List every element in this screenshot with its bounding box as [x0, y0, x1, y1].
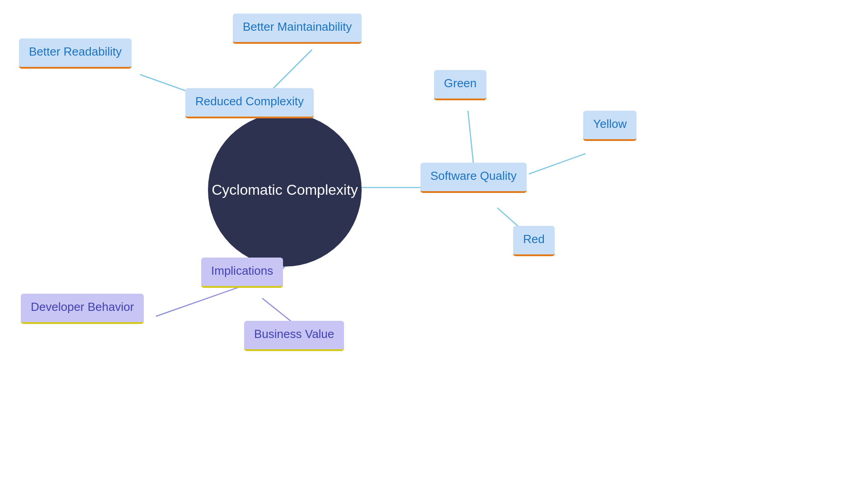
node-better-readability[interactable]: Better Readability — [19, 38, 132, 69]
node-business-value[interactable]: Business Value — [244, 321, 344, 351]
svg-line-5 — [529, 154, 585, 174]
node-red[interactable]: Red — [513, 226, 555, 256]
node-software-quality[interactable]: Software Quality — [420, 163, 527, 193]
node-implications[interactable]: Implications — [201, 258, 283, 288]
node-better-maintainability[interactable]: Better Maintainability — [233, 14, 362, 44]
node-yellow[interactable]: Yellow — [583, 111, 637, 141]
center-node: Cyclomatic Complexity — [208, 113, 362, 267]
svg-line-8 — [156, 287, 240, 316]
node-green[interactable]: Green — [434, 70, 486, 100]
node-developer-behavior[interactable]: Developer Behavior — [21, 294, 144, 324]
node-reduced-complexity[interactable]: Reduced Complexity — [185, 88, 314, 118]
